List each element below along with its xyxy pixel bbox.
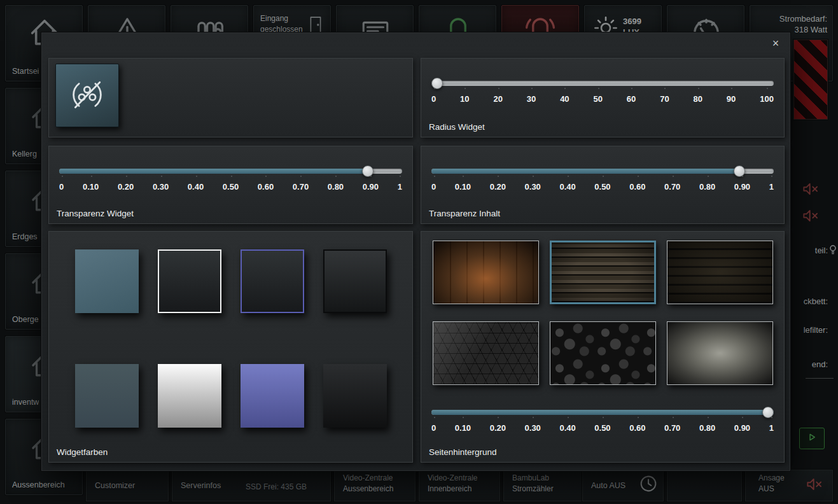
tick-label: 70: [660, 94, 669, 104]
widget-color-swatch-dark-border[interactable]: [323, 249, 387, 313]
slider-thumb[interactable]: [362, 165, 374, 177]
tick-label: 0: [431, 182, 436, 192]
dashboard: Startsei Eingang geschlossen: [0, 0, 838, 504]
slider-scale: 00.100.200.300.400.500.600.700.800.901: [59, 182, 402, 192]
tick-label: 0.60: [629, 182, 645, 192]
tick-label: 0.70: [664, 182, 680, 192]
slider-fill: [59, 169, 368, 174]
slider-scale: 00.100.200.300.400.500.600.700.800.901: [431, 182, 774, 192]
slider-thumb[interactable]: [734, 165, 745, 177]
tick-label: 0: [431, 94, 436, 104]
tick-label: 0.90: [734, 182, 750, 192]
tick-label: 60: [627, 94, 636, 104]
panel-label: Transparenz Inhalt: [429, 209, 500, 218]
tick-label: 0.50: [223, 182, 239, 192]
radius-widget-panel: 0102030405060708090100 Radius Widget: [421, 58, 785, 137]
tick-label: 0.30: [525, 423, 541, 433]
widget-color-swatch-blue-border[interactable]: [241, 249, 304, 313]
texture-concrete-grunge[interactable]: [667, 321, 773, 385]
transparenz-inhalt-panel: 00.100.200.300.400.500.600.700.800.901 T…: [421, 146, 785, 224]
tick-label: 0.10: [455, 423, 471, 433]
slider-fill: [431, 169, 739, 174]
seitenhintergrund-panel: 00.100.200.300.400.500.600.700.800.901 S…: [421, 231, 785, 463]
tick-label: 50: [593, 94, 602, 104]
tick-label: 0.20: [118, 182, 134, 192]
background-texture-grid: [421, 232, 784, 385]
slider-fill: [431, 410, 774, 415]
hide-user-widgets-button[interactable]: [55, 64, 119, 127]
slider-scale: 0102030405060708090100: [431, 94, 774, 104]
panel-label: Widgetfarben: [57, 447, 108, 457]
slider-scale: 00.100.200.300.400.500.600.700.800.901: [431, 423, 774, 433]
tick-label: 0.60: [629, 423, 645, 433]
tick-label: 10: [460, 94, 469, 104]
widget-color-swatch-teal[interactable]: [75, 249, 139, 313]
panel-label: Seitenhintergrund: [429, 447, 497, 457]
tick-label: 0.70: [664, 423, 680, 433]
widget-color-swatch-white-border[interactable]: [158, 249, 221, 313]
tick-label: 0: [59, 182, 64, 192]
widget-color-swatch-slate[interactable]: [75, 364, 139, 428]
radius-slider[interactable]: [431, 78, 774, 89]
slider-track[interactable]: [431, 81, 774, 86]
tick-label: 0.90: [734, 423, 750, 433]
color-swatch-grid: [49, 232, 412, 428]
users-slash-icon: [69, 77, 105, 115]
tick-label: 80: [694, 94, 702, 104]
tick-label: 0.80: [699, 182, 715, 192]
tick-label: 0.60: [258, 182, 274, 192]
tick-label: 0.50: [594, 182, 610, 192]
widget-color-swatch-silver[interactable]: [158, 364, 221, 428]
tick-label: 0.10: [83, 182, 99, 192]
tick-label: 0.30: [153, 182, 169, 192]
texture-hex-tiles[interactable]: [433, 321, 539, 385]
tick-label: 0.10: [455, 182, 471, 192]
customizer-modal: ×: [41, 32, 791, 472]
panel-label: Radius Widget: [429, 122, 485, 132]
slider-thumb[interactable]: [431, 78, 443, 89]
tick-label: 0.20: [490, 423, 506, 433]
tick-label: 0.30: [525, 182, 541, 192]
tick-label: 0.40: [559, 182, 575, 192]
tick-label: 30: [527, 94, 536, 104]
texture-wood-boards[interactable]: [550, 241, 656, 304]
tick-label: 20: [493, 94, 502, 104]
tick-label: 0.40: [188, 182, 204, 192]
widget-visibility-panel: [48, 58, 413, 137]
tick-label: 0.40: [559, 423, 575, 433]
tick-label: 1: [769, 423, 774, 433]
widgetfarben-panel: Widgetfarben: [48, 231, 413, 463]
tick-label: 0: [431, 423, 436, 433]
widget-color-swatch-black[interactable]: [323, 364, 387, 428]
tick-label: 90: [727, 94, 736, 104]
tick-label: 0.80: [699, 423, 715, 433]
texture-wood-planks-warm[interactable]: [433, 241, 539, 304]
texture-gravel[interactable]: [550, 321, 656, 385]
tick-label: 40: [560, 94, 569, 104]
close-icon[interactable]: ×: [769, 36, 783, 50]
tick-label: 0.20: [490, 182, 506, 192]
tick-label: 0.50: [594, 423, 610, 433]
texture-wood-dark[interactable]: [667, 241, 773, 304]
tick-label: 0.80: [328, 182, 344, 192]
tick-label: 0.90: [363, 182, 379, 192]
tick-label: 0.70: [293, 182, 309, 192]
tick-label: 1: [769, 182, 774, 192]
widget-color-swatch-blue[interactable]: [241, 364, 304, 428]
transparenz-widget-panel: 00.100.200.300.400.500.600.700.800.901 T…: [48, 146, 413, 224]
tick-label: 1: [398, 182, 402, 192]
tick-label: 100: [760, 94, 774, 104]
panel-label: Transparenz Widget: [57, 209, 134, 218]
